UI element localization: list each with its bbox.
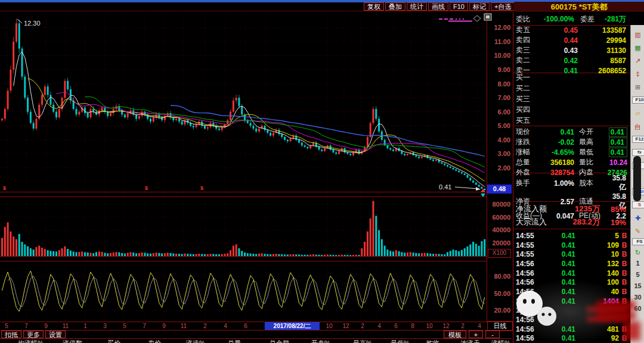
period-button-5[interactable]: 5 — [631, 271, 644, 278]
bottom-button-设置[interactable]: 设置 — [45, 330, 66, 338]
trade-price: 0.41 — [544, 250, 575, 258]
bid-label: 买二 — [513, 83, 543, 93]
trade-price: 0.41 — [544, 241, 575, 250]
super-icon[interactable]: S — [632, 201, 644, 208]
menu-item-标记[interactable]: 标记 — [469, 2, 490, 11]
period-button-1[interactable]: 1 — [631, 260, 644, 267]
quote-label-2: 最低 — [574, 147, 604, 157]
quote-value: 0.41 — [540, 128, 574, 136]
kline-chart-svg[interactable]: 12.300.41$$$ — [0, 11, 512, 332]
zoom-in-button[interactable]: + — [469, 330, 483, 338]
calendar-icon[interactable]: ⊞ — [631, 83, 644, 91]
quote-value-2: 0.41 — [609, 138, 627, 147]
trade-time: 14:56 — [513, 269, 544, 277]
quote-value: -4.65% — [540, 148, 574, 157]
red-smudge-3 — [624, 322, 640, 341]
price-axis-label: 6.00 — [488, 108, 510, 116]
refresh-icon[interactable]: ↻ — [631, 249, 644, 257]
trade-volume: 132 — [575, 260, 619, 268]
stock-info-icon[interactable]: 自 — [631, 123, 644, 132]
quote-value-2: 0.41 — [609, 127, 627, 137]
folder-icon[interactable]: ▱ — [631, 110, 644, 117]
ask-volume: 133587 — [578, 26, 630, 35]
menu-item-F10[interactable]: F10 — [450, 2, 468, 11]
price-axis-label: 2.00 — [488, 164, 510, 172]
table-icon[interactable]: ▦ — [631, 44, 644, 52]
period-button-15[interactable]: 15 — [631, 282, 644, 289]
quote-row: 涨跌-0.02最高0.41 — [513, 137, 630, 147]
price-axis-label: 7.00 — [488, 94, 510, 101]
x-tick-label: 5 — [119, 323, 130, 329]
partial-col-header: 卖价 — [148, 339, 161, 343]
menu-item-+自选[interactable]: +自选 — [491, 2, 515, 11]
ask-price: 0.42 — [543, 57, 578, 65]
quote-row: 涨幅-4.65%最低0.41 — [513, 147, 630, 157]
x-tick-label: 2 — [457, 323, 468, 329]
pencil-icon[interactable]: ✎ — [631, 227, 644, 235]
x-tick-label: 11 — [60, 323, 71, 329]
bid-label: 买四 — [513, 105, 543, 115]
svg-text:$: $ — [200, 185, 203, 191]
fin-value-2: 35.8亿 — [608, 174, 630, 192]
quote-label: 涨幅 — [513, 147, 540, 157]
ask-price: 0.43 — [543, 46, 578, 55]
partial-col-header: 最高% — [353, 339, 372, 343]
trade-price: 0.41 — [544, 260, 575, 268]
bid-row: 买二 — [513, 83, 630, 94]
f10-icon[interactable]: F10 — [632, 96, 644, 104]
trade-flag: B — [619, 269, 630, 277]
x-tick-label: 7 — [21, 323, 32, 329]
bid-ask-ratio-row: 委比-100.00%委差-281万 — [513, 13, 630, 25]
template-button[interactable]: 模板 — [444, 330, 466, 338]
flow-row: 大宗流入283.2万19% — [513, 216, 630, 229]
price-axis-label: 4.00 — [488, 136, 510, 144]
menu-item-叠加[interactable]: 叠加 — [385, 2, 405, 11]
x-tick-label: 12 — [441, 323, 451, 329]
trade-time: 14:55 — [513, 232, 544, 240]
menu-item-复权[interactable]: 复权 — [364, 2, 384, 11]
x-tick-label: 11 — [178, 323, 189, 329]
selected-date-box[interactable]: 2017/08/22/二 — [265, 322, 320, 330]
fin-value: 1.00% — [544, 179, 574, 188]
ask-price: 0.45 — [543, 26, 578, 35]
x-tick-label: 6 — [391, 323, 401, 329]
price-axis-label: 10.00 — [488, 52, 510, 59]
bid-label: 买三 — [513, 94, 543, 104]
scrollbar-thumb[interactable] — [633, 156, 641, 201]
menu-item-统计[interactable]: 统计 — [407, 2, 427, 11]
kline-chart-icon[interactable]: ▥ — [631, 31, 644, 39]
trade-volume: 5 — [575, 232, 619, 240]
red-smudge-2 — [596, 311, 636, 320]
formula-icon[interactable]: fx — [632, 149, 644, 156]
trade-row: 14:550.415B — [513, 231, 630, 241]
candlestick-icon[interactable]: ‡ — [631, 70, 644, 77]
bottom-button-更多[interactable]: 更多 — [23, 330, 44, 338]
x-tick-label: 6 — [240, 323, 251, 329]
partial-col-header: 总量 — [228, 339, 241, 343]
ask-row: 卖三0.4331130 — [513, 45, 630, 55]
svg-text:12.30: 12.30 — [24, 20, 41, 27]
price-axis-label: 11.00 — [488, 38, 510, 45]
trend-line-icon[interactable]: ↗ — [631, 57, 644, 65]
quote-label: 涨跌 — [513, 137, 540, 147]
volume-axis-label: 80000 — [488, 201, 510, 208]
zoom-out-button[interactable]: - — [485, 330, 500, 338]
trade-row: 14:560.41140B — [513, 269, 630, 278]
flow-row: 净流入额1235万85% — [513, 202, 630, 216]
flow-label: 净流入额 — [513, 204, 564, 214]
x-tick-label: 8 — [407, 323, 418, 329]
bottom-button-扣抵[interactable]: 扣抵 — [1, 330, 21, 338]
x-tick-label: 7 — [139, 323, 150, 329]
ask-volume: 29994 — [578, 36, 630, 45]
fs-icon[interactable]: FS — [632, 238, 644, 245]
menu-item-画线[interactable]: 画线 — [428, 2, 448, 11]
move-icon[interactable]: ✚ — [631, 214, 644, 222]
trade-time: 14:55 — [513, 250, 544, 258]
f12-icon[interactable]: F12 — [632, 136, 644, 143]
quote-row: 现价0.41今开0.41 — [513, 127, 630, 137]
flow-value: 1235万 — [564, 204, 600, 214]
x-tick-label: 4 — [374, 323, 385, 329]
partial-col-header: 涨停数 — [63, 339, 82, 343]
chart-area[interactable]: 12.300.41$$$ 12.0011.0010.009.008.007.00… — [0, 11, 512, 343]
period-button-30[interactable]: 30 — [631, 294, 644, 301]
